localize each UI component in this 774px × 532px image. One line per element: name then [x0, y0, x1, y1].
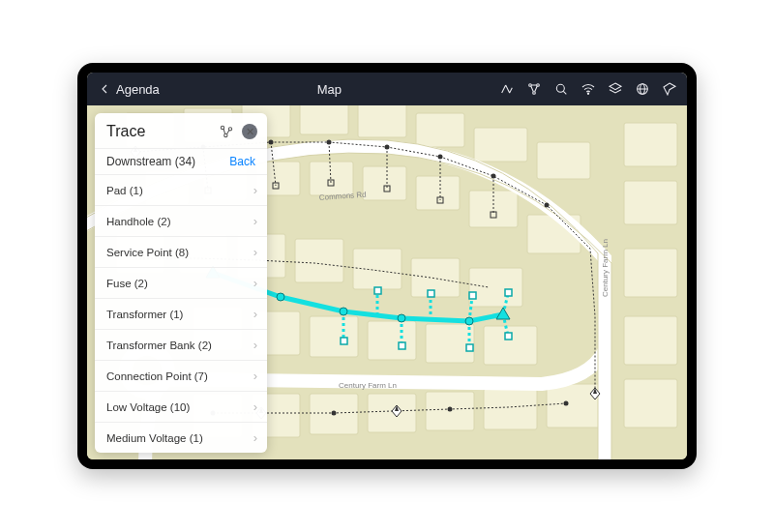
trace-result-item[interactable]: Connection Point (7)› — [95, 360, 267, 391]
chevron-right-icon: › — [253, 338, 257, 352]
trace-result-list: Pad (1)›Handhole (2)›Service Point (8)›F… — [95, 174, 267, 453]
svg-rect-24 — [363, 166, 406, 200]
svg-rect-52 — [624, 379, 677, 428]
chevron-left-icon — [97, 81, 112, 97]
svg-marker-10 — [664, 83, 675, 95]
graph-icon[interactable] — [219, 124, 234, 139]
svg-rect-19 — [537, 142, 590, 179]
trace-result-item[interactable]: Pad (1)› — [95, 174, 267, 205]
svg-point-79 — [277, 293, 284, 301]
svg-rect-72 — [374, 287, 381, 294]
search-icon[interactable] — [553, 81, 569, 97]
svg-marker-6 — [610, 83, 621, 90]
device-frame: Agenda Map — [77, 63, 697, 469]
svg-rect-73 — [399, 342, 405, 349]
svg-rect-76 — [469, 292, 476, 299]
svg-point-3 — [556, 84, 564, 92]
chevron-right-icon: › — [253, 214, 257, 228]
back-button[interactable]: Agenda — [97, 81, 160, 97]
trace-result-item[interactable]: Transformer Bank (2)› — [95, 329, 267, 360]
svg-rect-47 — [547, 384, 600, 428]
chevron-right-icon: › — [253, 276, 257, 290]
trace-result-item[interactable]: Medium Voltage (1)› — [95, 422, 267, 453]
svg-rect-46 — [484, 389, 537, 429]
svg-rect-75 — [466, 344, 473, 351]
panel-header: Trace ✕ — [95, 113, 267, 148]
svg-point-57 — [385, 145, 390, 150]
svg-rect-44 — [368, 394, 416, 432]
back-label: Agenda — [116, 82, 160, 97]
panel-title: Trace — [106, 123, 145, 140]
svg-rect-23 — [310, 162, 353, 195]
chevron-right-icon: › — [253, 369, 257, 383]
toolbar — [499, 81, 677, 97]
svg-point-63 — [448, 407, 453, 412]
item-label: Low Voltage (10) — [106, 401, 190, 413]
item-label: Fuse (2) — [106, 278, 148, 289]
wifi-icon[interactable] — [580, 81, 596, 97]
trace-result-item[interactable]: Low Voltage (10)› — [95, 391, 267, 422]
locate-icon[interactable] — [662, 81, 677, 97]
trace-result-item[interactable]: Service Point (8)› — [95, 236, 267, 267]
road-label: Century Farm Ln — [339, 381, 397, 390]
item-label: Service Point (8) — [106, 247, 189, 258]
content-area: Commons Rd Century Farm Ln Century Farm … — [87, 105, 687, 459]
panel-back-link[interactable]: Back — [229, 155, 255, 168]
svg-rect-31 — [295, 239, 343, 282]
road-label: Century Farm Ln — [601, 239, 610, 297]
svg-point-82 — [465, 317, 473, 325]
item-label: Transformer Bank (2) — [106, 340, 212, 351]
item-label: Medium Voltage (1) — [106, 432, 203, 444]
svg-rect-49 — [624, 181, 677, 224]
svg-line-96 — [223, 129, 225, 134]
svg-rect-25 — [416, 176, 460, 210]
svg-rect-74 — [428, 290, 434, 297]
trace-mode-label: Downstream (34) — [106, 155, 195, 168]
svg-point-62 — [332, 411, 337, 416]
svg-line-97 — [226, 130, 229, 134]
top-bar: Agenda Map — [87, 73, 687, 105]
svg-rect-40 — [484, 326, 537, 365]
chevron-right-icon: › — [253, 245, 257, 259]
svg-rect-51 — [624, 316, 677, 365]
svg-point-56 — [327, 140, 332, 145]
globe-icon[interactable] — [635, 81, 650, 97]
trace-tool-icon[interactable] — [499, 81, 515, 97]
layers-icon[interactable] — [608, 81, 623, 97]
item-label: Pad (1) — [106, 185, 143, 196]
svg-point-2 — [533, 92, 536, 95]
trace-panel: Trace ✕ Downstream (34) Back Pad (1)›Han… — [95, 113, 267, 453]
chevron-right-icon: › — [253, 430, 257, 445]
device-screen: Agenda Map — [87, 73, 687, 459]
svg-rect-18 — [474, 128, 527, 162]
svg-rect-33 — [411, 258, 460, 297]
svg-rect-17 — [416, 113, 464, 147]
item-label: Handhole (2) — [106, 216, 170, 227]
svg-point-55 — [269, 140, 274, 145]
trace-result-item[interactable]: Handhole (2)› — [95, 205, 267, 236]
svg-rect-77 — [505, 333, 512, 340]
item-label: Connection Point (7) — [106, 370, 208, 382]
svg-rect-50 — [624, 249, 677, 297]
chevron-right-icon: › — [253, 183, 257, 197]
item-label: Transformer (1) — [106, 309, 183, 320]
svg-rect-16 — [358, 105, 406, 137]
svg-point-5 — [587, 93, 588, 94]
svg-rect-38 — [368, 321, 416, 360]
close-icon[interactable]: ✕ — [242, 124, 257, 139]
network-icon[interactable] — [526, 81, 542, 97]
trace-result-item[interactable]: Fuse (2)› — [95, 267, 267, 298]
page-title: Map — [160, 82, 499, 97]
trace-result-item[interactable]: Transformer (1)› — [95, 298, 267, 329]
svg-line-4 — [563, 91, 566, 94]
chevron-right-icon: › — [253, 399, 257, 414]
svg-rect-39 — [426, 324, 474, 363]
svg-point-64 — [564, 401, 569, 406]
svg-point-80 — [340, 308, 347, 315]
svg-rect-37 — [310, 316, 358, 357]
svg-point-59 — [491, 174, 496, 179]
panel-subheader: Downstream (34) Back — [95, 148, 267, 174]
svg-rect-78 — [505, 289, 512, 296]
svg-rect-48 — [624, 123, 677, 166]
svg-rect-34 — [469, 268, 522, 307]
